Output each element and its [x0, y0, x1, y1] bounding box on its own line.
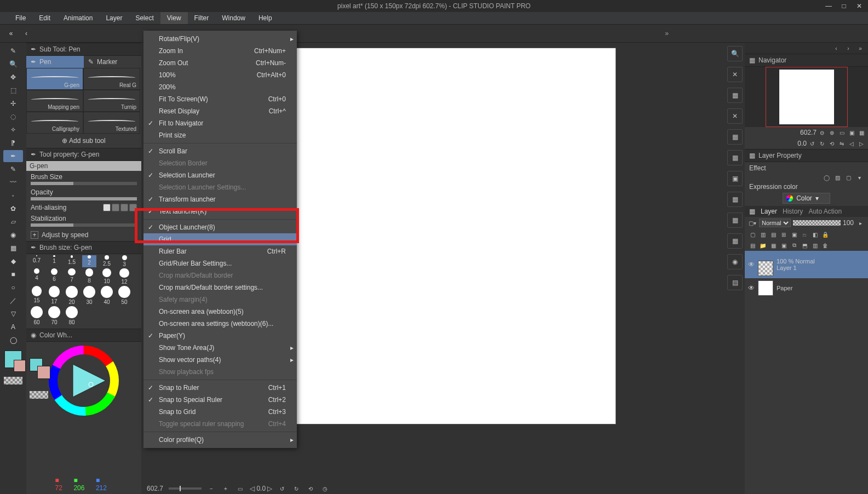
prop-brush-size[interactable]: Brush Size	[31, 173, 137, 185]
nav-fill-icon[interactable]: ▣	[847, 128, 856, 137]
menu-select[interactable]: Select	[129, 12, 160, 24]
nav-zoom-out-icon[interactable]: ⊖	[818, 128, 826, 137]
brushsize-80[interactable]: 80	[65, 306, 79, 325]
menu-window[interactable]: Window	[215, 12, 252, 24]
lyr-btn-5[interactable]: ▣	[790, 230, 798, 239]
nav-prev-icon[interactable]: ◁	[847, 139, 856, 148]
gradient-icon[interactable]: ◆	[3, 255, 23, 267]
layer-mode-icon[interactable]: ▢▾	[748, 219, 757, 227]
menu-item-zoom-out[interactable]: Zoom OutCtrl+Num-	[143, 57, 297, 69]
lyr-btn-1[interactable]: ▢	[748, 230, 757, 239]
menu-item-snap-to-grid[interactable]: Snap to GridCtrl+3	[143, 406, 297, 418]
rotate-ccw-icon[interactable]: ↺	[278, 484, 286, 493]
menu-item-grid-ruler-bar-settings[interactable]: Grid/Ruler Bar Settings...	[143, 257, 297, 269]
rp-prev-icon[interactable]: ‹	[832, 44, 841, 53]
blend-mode-select[interactable]: Normal	[759, 219, 791, 227]
lyr-btn-4[interactable]: ⊞	[779, 230, 788, 239]
brushsize-60[interactable]: 60	[30, 306, 44, 325]
lyr-btn-7[interactable]: ◧	[810, 230, 819, 239]
balloon-icon[interactable]: ◯	[3, 334, 23, 346]
clock-icon[interactable]: ◷	[320, 484, 329, 493]
panel-icon-7[interactable]: ▦	[727, 212, 743, 228]
background-color[interactable]	[14, 360, 26, 372]
brush-icon[interactable]: ✎	[3, 45, 23, 57]
nav-rot-ccw-icon[interactable]: ↺	[808, 139, 817, 148]
brushsize-15[interactable]: 15	[30, 286, 44, 305]
menu-item-scroll-bar[interactable]: ✓Scroll Bar	[143, 145, 297, 157]
menu-item-grid[interactable]: Grid	[143, 233, 297, 245]
opacity-spin-icon[interactable]: ▸	[856, 219, 865, 227]
nav-rot-reset-icon[interactable]: ⟲	[827, 139, 836, 148]
opacity-slider[interactable]	[793, 220, 841, 226]
brushsize-6[interactable]: 6	[47, 268, 61, 285]
blend-icon[interactable]: ◉	[3, 229, 23, 241]
lasso-icon[interactable]: ◌	[3, 111, 23, 123]
menu-item-fit-to-screen-w[interactable]: Fit To Screen(W)Ctrl+0	[143, 93, 297, 105]
brushsize-7[interactable]: 7	[65, 268, 79, 285]
new-layer-icon[interactable]: ▤	[748, 241, 757, 250]
panel-icon-1[interactable]: ▦	[727, 88, 743, 103]
menu-help[interactable]: Help	[252, 12, 279, 24]
menu-item-snap-to-special-ruler[interactable]: ✓Snap to Special RulerCtrl+2	[143, 394, 297, 406]
close-panel-icon[interactable]: ✕	[727, 67, 743, 82]
effect-border-icon[interactable]: ▢	[844, 173, 853, 182]
nav-fit-icon[interactable]: ▭	[837, 128, 846, 137]
brushsize-20[interactable]: 20	[65, 286, 79, 305]
eyedropper-icon[interactable]: ⁋	[3, 137, 23, 149]
rotate-cw-icon[interactable]: ↻	[292, 484, 301, 493]
panel-icon-6[interactable]: ▦	[727, 192, 743, 207]
layer-paper[interactable]: 👁Paper	[745, 278, 868, 298]
brushsize-2.5[interactable]: 2.5	[100, 255, 114, 267]
color-wheel[interactable]: ■ 72 ■ 206 ■ 212	[26, 342, 141, 494]
lyr-act-6[interactable]: ⬒	[800, 241, 809, 250]
adjust-by-speed[interactable]: +Adjust by speed	[26, 229, 141, 241]
minimize-button[interactable]: —	[821, 0, 836, 12]
nav-100-icon[interactable]: ▦	[857, 128, 866, 137]
lyr-btn-2[interactable]: ▥	[758, 230, 767, 239]
subtool-calligraphy[interactable]: Calligraphy	[26, 112, 83, 134]
menu-item-paper-y[interactable]: ✓Paper(Y)	[143, 330, 297, 342]
effect-tone-icon[interactable]: ▨	[833, 173, 842, 182]
brushsize-12[interactable]: 12	[117, 268, 131, 285]
menu-item-print-size[interactable]: Print size	[143, 129, 297, 141]
transparent-color[interactable]	[4, 377, 22, 384]
zoom-slider[interactable]	[169, 487, 202, 490]
menu-filter[interactable]: Filter	[188, 12, 216, 24]
menu-item-crop-mark-default-border-settings[interactable]: Crop mark/Default border settings...	[143, 282, 297, 294]
tab-history[interactable]: History	[783, 208, 803, 215]
decoration-icon[interactable]: ✿	[3, 203, 23, 215]
nav-prev-icon[interactable]: «	[4, 27, 18, 40]
add-subtool-button[interactable]: ⊕ Add sub tool	[26, 134, 141, 148]
menu-view[interactable]: View	[160, 12, 188, 24]
lyr-act-5[interactable]: ⧉	[790, 241, 798, 250]
pen-tool-icon[interactable]: ✒	[3, 150, 23, 162]
brushsize-1[interactable]: 1	[47, 255, 61, 267]
visibility-icon[interactable]: 👁	[748, 284, 755, 292]
brushsize-4[interactable]: 4	[30, 268, 44, 285]
lyr-act-4[interactable]: ▣	[779, 241, 788, 250]
menu-item-show-tone-area-j[interactable]: Show Tone Area(J)▸	[143, 342, 297, 354]
menu-item-fit-to-navigator[interactable]: ✓Fit to Navigator	[143, 117, 297, 129]
panel-icon-9[interactable]: ◉	[727, 254, 743, 269]
menu-item-reset-display[interactable]: Reset DisplayCtrl+^	[143, 105, 297, 117]
menu-item-show-vector-paths-4[interactable]: Show vector paths(4)▸	[143, 354, 297, 366]
layer-layer-1[interactable]: 👁100 % NormalLayer 1	[745, 251, 868, 278]
lyr-act-7[interactable]: ▥	[810, 241, 819, 250]
tab-pen[interactable]: ✒ Pen	[26, 56, 84, 68]
brushsize-40[interactable]: 40	[100, 286, 114, 305]
prop-opacity[interactable]: Opacity	[31, 188, 137, 200]
subtool-turnip[interactable]: Turnip	[83, 90, 140, 112]
panel-icon-2[interactable]: ✕	[727, 108, 743, 124]
menu-animation[interactable]: Animation	[57, 12, 99, 24]
eraser-icon[interactable]: ▱	[3, 216, 23, 228]
menu-item-ruler-bar[interactable]: Ruler BarCtrl+R	[143, 245, 297, 257]
wand-icon[interactable]: ✧	[3, 124, 23, 136]
tab-layer[interactable]: Layer	[761, 208, 777, 215]
ellipse-icon[interactable]: ○	[3, 282, 23, 294]
prop-anti-aliasing[interactable]: Anti-aliasing	[31, 204, 137, 211]
lyr-btn-6[interactable]: ⏍	[800, 230, 809, 239]
panel-icon-3[interactable]: ▦	[727, 129, 743, 145]
menu-item-200[interactable]: 200%	[143, 81, 297, 93]
menu-item-object-launcher-8[interactable]: ✓Object Launcher(8)	[143, 221, 297, 233]
rp-nextall-icon[interactable]: »	[856, 44, 865, 53]
